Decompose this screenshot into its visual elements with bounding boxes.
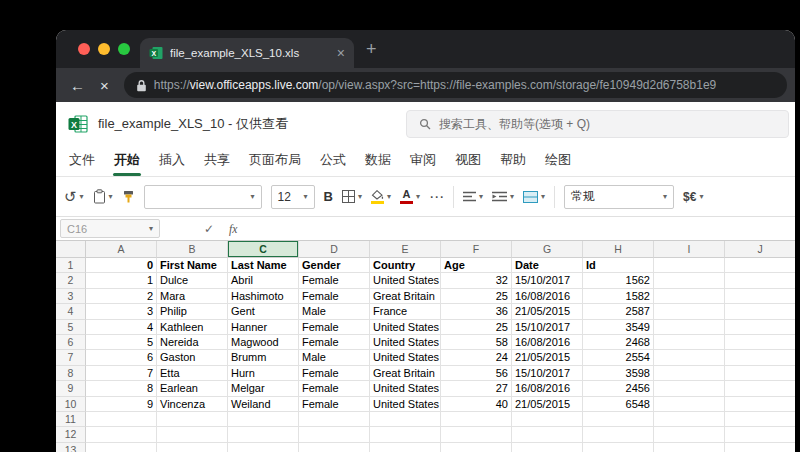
cell-j7[interactable] [725,350,795,365]
cell-e1[interactable]: Country [370,258,441,273]
column-header-c[interactable]: C [228,241,299,258]
cell-j4[interactable] [725,304,795,319]
column-header-g[interactable]: G [512,241,583,258]
cell-name-box[interactable]: C16 ▾ [60,219,160,238]
cell-b12[interactable] [157,427,228,442]
cell-e4[interactable]: France [370,304,441,319]
fill-color-button[interactable]: ▾ [371,190,391,204]
cell-f10[interactable]: 40 [441,397,512,412]
cell-g8[interactable]: 15/10/2017 [512,366,583,381]
menu-item-draw[interactable]: 绘图 [544,151,572,176]
cell-d5[interactable]: Female [299,320,370,335]
cell-c1[interactable]: Last Name [228,258,299,273]
cell-g10[interactable]: 21/05/2015 [512,397,583,412]
cell-c2[interactable]: Abril [228,273,299,288]
row-header-9[interactable]: 9 [56,381,86,396]
cell-f4[interactable]: 36 [441,304,512,319]
cell-f9[interactable]: 27 [441,381,512,396]
cell-h6[interactable]: 2468 [583,335,654,350]
column-header-i[interactable]: I [654,241,725,258]
cell-c9[interactable]: Melgar [228,381,299,396]
cell-g11[interactable] [512,412,583,427]
cell-h9[interactable]: 2456 [583,381,654,396]
cell-j13[interactable] [725,443,795,452]
cell-a7[interactable]: 6 [86,350,157,365]
number-format-select[interactable]: 常规 ▾ [564,185,674,209]
cell-i8[interactable] [654,366,725,381]
cell-g2[interactable]: 15/10/2017 [512,273,583,288]
cell-a9[interactable]: 8 [86,381,157,396]
cell-c11[interactable] [228,412,299,427]
column-header-a[interactable]: A [86,241,157,258]
cell-f11[interactable] [441,412,512,427]
cell-d2[interactable]: Female [299,273,370,288]
row-header-13[interactable]: 13 [56,443,86,452]
cell-d7[interactable]: Male [299,350,370,365]
column-header-j[interactable]: J [725,241,795,258]
cell-g12[interactable] [512,427,583,442]
cell-f13[interactable] [441,443,512,452]
cell-e9[interactable]: United States [370,381,441,396]
row-header-5[interactable]: 5 [56,320,86,335]
cell-d1[interactable]: Gender [299,258,370,273]
cell-i9[interactable] [654,381,725,396]
cell-j11[interactable] [725,412,795,427]
stop-button[interactable]: × [100,78,109,93]
undo-button[interactable]: ↺ ▾ [64,189,84,204]
insert-function-button[interactable]: fx [229,223,237,235]
cell-i12[interactable] [654,427,725,442]
cell-e12[interactable] [370,427,441,442]
column-header-d[interactable]: D [299,241,370,258]
cell-g3[interactable]: 16/08/2016 [512,289,583,304]
cell-b1[interactable]: First Name [157,258,228,273]
cell-j1[interactable] [725,258,795,273]
menu-item-view[interactable]: 视图 [454,151,482,176]
enter-formula-button[interactable]: ✓ [204,222,214,236]
cell-d9[interactable]: Female [299,381,370,396]
row-header-12[interactable]: 12 [56,427,86,442]
row-header-3[interactable]: 3 [56,289,86,304]
cell-a5[interactable]: 4 [86,320,157,335]
cell-d11[interactable] [299,412,370,427]
cell-f6[interactable]: 58 [441,335,512,350]
cell-c6[interactable]: Magwood [228,335,299,350]
cell-d4[interactable]: Male [299,304,370,319]
cell-c4[interactable]: Gent [228,304,299,319]
cell-a4[interactable]: 3 [86,304,157,319]
cell-h10[interactable]: 6548 [583,397,654,412]
merge-cells-button[interactable]: ▾ [523,191,545,203]
cell-c3[interactable]: Hashimoto [228,289,299,304]
cell-b7[interactable]: Gaston [157,350,228,365]
cell-d6[interactable]: Female [299,335,370,350]
select-all-corner[interactable] [56,241,86,258]
menu-item-insert[interactable]: 插入 [158,151,186,176]
back-button[interactable]: ← [70,78,85,93]
font-name-select[interactable]: ▾ [144,185,262,209]
cell-h7[interactable]: 2554 [583,350,654,365]
cell-g4[interactable]: 21/05/2015 [512,304,583,319]
cell-d3[interactable]: Female [299,289,370,304]
cell-e6[interactable]: United States [370,335,441,350]
cell-f5[interactable]: 25 [441,320,512,335]
cell-c5[interactable]: Hanner [228,320,299,335]
cell-b5[interactable]: Kathleen [157,320,228,335]
cell-i6[interactable] [654,335,725,350]
cell-i2[interactable] [654,273,725,288]
cell-g6[interactable]: 16/08/2016 [512,335,583,350]
cell-f12[interactable] [441,427,512,442]
row-header-7[interactable]: 7 [56,350,86,365]
more-font-options-button[interactable]: ⋯ [429,189,444,204]
menu-item-help[interactable]: 帮助 [499,151,527,176]
row-header-8[interactable]: 8 [56,366,86,381]
cell-h12[interactable] [583,427,654,442]
cell-i7[interactable] [654,350,725,365]
cell-h13[interactable] [583,443,654,452]
cell-i10[interactable] [654,397,725,412]
cell-j5[interactable] [725,320,795,335]
cell-i4[interactable] [654,304,725,319]
cell-b11[interactable] [157,412,228,427]
cell-c12[interactable] [228,427,299,442]
cell-b4[interactable]: Philip [157,304,228,319]
search-box[interactable]: 搜索工具、帮助等(选项 + Q) [406,110,789,138]
paste-button[interactable]: ▾ [93,189,113,204]
